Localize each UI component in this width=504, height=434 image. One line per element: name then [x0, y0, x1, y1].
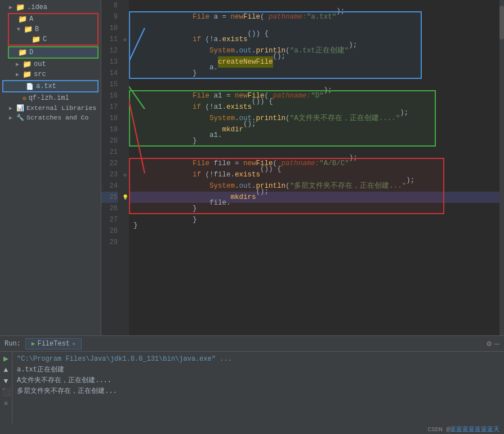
- arrow-icon: ▶: [9, 105, 16, 112]
- sidebar-item-B[interactable]: ▼ 📁 B: [9, 24, 97, 34]
- sidebar-item-C[interactable]: 📁 C: [9, 34, 97, 45]
- run-tab-label: FileTest: [37, 340, 70, 348]
- run-tab-close[interactable]: ✕: [72, 340, 75, 347]
- folder-icon: 📁: [24, 26, 33, 33]
- extlib-icon: 📊: [16, 105, 25, 112]
- list-icon[interactable]: ≡: [2, 399, 11, 408]
- csdn-watermark: CSDN @蓝蓝蓝蓝蓝蓝蓝天: [427, 425, 499, 433]
- folder-icon: 📁: [16, 4, 25, 11]
- arrow-icon: ▶: [9, 4, 16, 11]
- output-text-2: A文件夹不存在，正在创建....: [17, 375, 111, 386]
- sidebar-item-out[interactable]: ▶ 📁 out: [0, 59, 101, 69]
- arrow-icon: ▶: [16, 71, 23, 78]
- arrow-icon: ▼: [17, 26, 24, 33]
- run-output: "C:\Program Files\Java\jdk1.8.0_131\bin\…: [12, 352, 504, 424]
- minimize-icon[interactable]: —: [495, 339, 499, 348]
- sidebar-item-label: Scratches and Co: [26, 114, 88, 121]
- code-line: }: [129, 135, 504, 147]
- sidebar-item-label: src: [34, 70, 46, 78]
- main-area: ▶ 📁 .idea 📁 A ▼ 📁 B 📁 C: [0, 0, 504, 335]
- sidebar-item-label: out: [34, 60, 46, 68]
- arrow-icon: [19, 83, 26, 90]
- folder-icon: 📁: [23, 61, 32, 68]
- vertical-scrollbar[interactable]: [499, 0, 504, 335]
- sidebar-item-label: C: [43, 36, 47, 43]
- run-tab-filetest[interactable]: ▶ FileTest ✕: [25, 338, 82, 349]
- run-sidebar: ▶ ▲ ▼ ⬛ ≡: [0, 352, 12, 424]
- output-text-3: 多层文件夹不存在，正在创建...: [17, 386, 117, 397]
- scratches-icon: 🔧: [16, 114, 25, 121]
- up-button[interactable]: ▲: [2, 365, 11, 374]
- sidebar-item-scratches[interactable]: ▶ 🔧 Scratches and Co: [0, 113, 101, 122]
- sidebar-item-atxt[interactable]: 📄 a.txt: [2, 80, 99, 92]
- folder-icon: 📁: [23, 71, 32, 78]
- run-output-line-2: A文件夹不存在，正在创建....: [17, 375, 499, 386]
- run-path-text: "C:\Program Files\Java\jdk1.8.0_131\bin\…: [17, 354, 232, 365]
- sidebar-item-label: B: [35, 25, 39, 33]
- file-icon: 📄: [26, 83, 34, 90]
- arrow-icon: [11, 50, 18, 56]
- folder-icon: 📁: [18, 49, 27, 56]
- run-footer: CSDN @蓝蓝蓝蓝蓝蓝蓝天: [0, 424, 504, 434]
- run-panel: Run: ▶ FileTest ✕ ⚙ — ▶ ▲ ▼ ⬛ ≡ "C:\Prog…: [0, 335, 504, 434]
- code-lines: File a = new File( pathname: "a.txt"); i…: [129, 0, 504, 248]
- sidebar: ▶ 📁 .idea 📁 A ▼ 📁 B 📁 C: [0, 0, 101, 335]
- code-line: }: [129, 68, 504, 79]
- red-box-group: 📁 A ▼ 📁 B 📁 C: [8, 13, 99, 46]
- code-line: [129, 237, 504, 248]
- line-numbers: 8 9 10 11 12 13 14 15 16 17 18 19 20 21 …: [101, 0, 121, 335]
- run-label: Run:: [5, 340, 21, 348]
- sidebar-item-idea[interactable]: ▶ 📁 .idea: [0, 2, 101, 12]
- sidebar-item-D[interactable]: 📁 D: [9, 47, 97, 57]
- sidebar-item-A[interactable]: 📁 A: [9, 14, 97, 24]
- code-line: File a = new File( pathname: "a.txt");: [129, 11, 504, 23]
- arrow-icon: [16, 95, 23, 101]
- folder-icon: 📁: [32, 36, 41, 43]
- output-text-1: a.txt正在创建: [17, 365, 64, 375]
- code-line: }: [129, 225, 504, 237]
- csdn-username: 蓝蓝蓝蓝蓝蓝蓝天: [450, 426, 499, 433]
- sidebar-item-iml[interactable]: ⚙ qf-lzh.iml: [0, 93, 101, 103]
- sidebar-item-label: External Libraries: [26, 104, 96, 112]
- sidebar-item-extlibs[interactable]: ▶ 📊 External Libraries: [0, 103, 101, 113]
- stop-button[interactable]: ⬛: [2, 388, 11, 397]
- sidebar-item-src[interactable]: ▶ 📁 src: [0, 69, 101, 79]
- green-box-D: 📁 D: [8, 46, 99, 59]
- code-area: 8 9 10 11 12 13 14 15 16 17 18 19 20 21 …: [101, 0, 504, 335]
- sidebar-item-label: D: [29, 48, 33, 56]
- run-header: Run: ▶ FileTest ✕ ⚙ —: [0, 336, 504, 352]
- gutter: ◇ ◇ 💡: [121, 0, 129, 335]
- code-content[interactable]: File a = new File( pathname: "a.txt"); i…: [129, 0, 504, 335]
- sidebar-item-label: A: [29, 15, 33, 23]
- arrow-icon: [25, 37, 32, 43]
- code-line: }: [129, 214, 504, 225]
- run-output-path: "C:\Program Files\Java\jdk1.8.0_131\bin\…: [17, 354, 499, 365]
- sidebar-item-label: a.txt: [36, 82, 56, 90]
- sidebar-item-label: qf-lzh.iml: [29, 94, 69, 102]
- play-button[interactable]: ▶: [2, 354, 11, 363]
- run-tab-icon: ▶: [32, 340, 35, 347]
- down-button[interactable]: ▼: [2, 377, 11, 386]
- run-body: ▶ ▲ ▼ ⬛ ≡ "C:\Program Files\Java\jdk1.8.…: [0, 352, 504, 424]
- gear-icon[interactable]: ⚙: [487, 339, 491, 348]
- arrow-icon: [11, 16, 18, 23]
- sidebar-item-label: .idea: [27, 3, 47, 11]
- run-output-line-1: a.txt正在创建: [17, 365, 499, 375]
- folder-icon: 📁: [18, 16, 27, 23]
- scrollbar-thumb[interactable]: [499, 6, 504, 39]
- run-output-line-3: 多层文件夹不存在，正在创建...: [17, 386, 499, 397]
- arrow-icon: ▶: [9, 114, 16, 121]
- arrow-icon: ▶: [16, 61, 23, 68]
- iml-icon: ⚙: [23, 95, 26, 102]
